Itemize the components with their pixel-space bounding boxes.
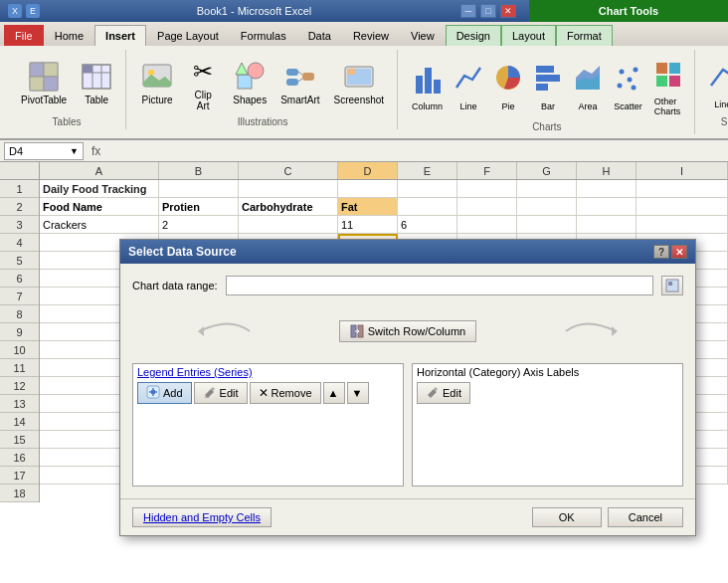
cell-f2[interactable] (457, 198, 517, 216)
cell-b2[interactable]: Protien (159, 198, 239, 216)
cell-g2[interactable] (517, 198, 577, 216)
minimize-btn[interactable]: ─ (460, 4, 476, 18)
cell-d2[interactable]: Fat (338, 198, 398, 216)
move-up-btn[interactable]: ▲ (323, 382, 345, 404)
add-series-btn[interactable]: Add (137, 382, 192, 404)
row-header-14[interactable]: 14 (0, 413, 39, 431)
row-header-5[interactable]: 5 (0, 252, 39, 270)
line-chart-btn[interactable]: Line (451, 57, 486, 114)
col-header-b[interactable]: B (159, 162, 239, 179)
dialog-close-btn[interactable]: ✕ (671, 245, 687, 259)
cell-i2[interactable] (637, 198, 728, 216)
cell-a1[interactable]: Daily Food Tracking (40, 180, 159, 198)
tab-formulas[interactable]: Formulas (230, 25, 297, 46)
picture-btn[interactable]: Picture (136, 58, 178, 108)
column-chart-btn[interactable]: Column (408, 57, 447, 114)
cancel-btn[interactable]: Cancel (608, 507, 683, 527)
row-header-3[interactable]: 3 (0, 216, 39, 234)
cell-c1[interactable] (239, 180, 338, 198)
cell-h3[interactable] (577, 216, 637, 234)
col-header-d[interactable]: D (338, 162, 398, 179)
cell-f3[interactable] (457, 216, 517, 234)
cell-a3[interactable]: Crackers (40, 216, 159, 234)
area-chart-btn[interactable]: Area (570, 57, 606, 114)
tab-view[interactable]: View (400, 25, 446, 46)
edit-series-btn[interactable]: Edit (194, 382, 248, 404)
tab-chart-design[interactable]: Design (446, 25, 501, 46)
edit-axis-btn[interactable]: Edit (417, 382, 470, 404)
col-header-e[interactable]: E (398, 162, 457, 179)
row-header-18[interactable]: 18 (0, 485, 39, 502)
tab-file[interactable]: File (4, 25, 44, 46)
cell-i3[interactable] (637, 216, 728, 234)
cell-d1[interactable] (338, 180, 398, 198)
other-charts-btn[interactable]: Other Charts (650, 52, 686, 119)
tab-chart-format[interactable]: Format (556, 25, 613, 46)
cell-i1[interactable] (637, 180, 728, 198)
cell-c3[interactable] (239, 216, 338, 234)
ok-btn[interactable]: OK (532, 507, 602, 527)
axis-labels-label: Horizontal (Category) Axis Labels (413, 364, 682, 380)
close-btn[interactable]: ✕ (500, 4, 516, 18)
chart-range-picker-btn[interactable] (661, 276, 683, 295)
col-header-c[interactable]: C (239, 162, 338, 179)
row-header-12[interactable]: 12 (0, 377, 39, 395)
maximize-btn[interactable]: □ (480, 4, 496, 18)
pivot-table-btn[interactable]: PivotTable (16, 58, 72, 108)
move-down-btn[interactable]: ▼ (347, 382, 369, 404)
name-box[interactable]: D4 ▼ (4, 142, 84, 160)
row-header-4[interactable]: 4 (0, 234, 39, 252)
row-header-10[interactable]: 10 (0, 341, 39, 359)
cell-b1[interactable] (159, 180, 239, 198)
clip-art-btn[interactable]: ✂ Clip Art (182, 53, 224, 114)
hidden-empty-cells-btn[interactable]: Hidden and Empty Cells (132, 507, 272, 527)
col-header-i[interactable]: I (637, 162, 728, 179)
scatter-chart-btn[interactable]: Scatter (610, 57, 646, 114)
cell-h2[interactable] (577, 198, 637, 216)
cell-g3[interactable] (517, 216, 577, 234)
row-header-7[interactable]: 7 (0, 288, 39, 305)
cell-f1[interactable] (457, 180, 517, 198)
cell-e1[interactable] (398, 180, 457, 198)
line-sparkline-btn[interactable]: Line (705, 55, 728, 112)
switch-row-column-btn[interactable]: Switch Row/Column (339, 320, 476, 342)
cell-g1[interactable] (517, 180, 577, 198)
remove-series-btn[interactable]: ✕ Remove (250, 382, 321, 404)
row-header-15[interactable]: 15 (0, 431, 39, 449)
shapes-btn[interactable]: Shapes (228, 58, 272, 108)
screenshot-btn[interactable]: Screenshot (329, 58, 390, 108)
pie-chart-btn[interactable]: Pie (490, 57, 526, 114)
tab-home[interactable]: Home (44, 25, 94, 46)
smart-art-btn[interactable]: SmartArt (275, 58, 324, 108)
col-header-h[interactable]: H (577, 162, 637, 179)
cell-d3[interactable]: 11 (338, 216, 398, 234)
row-header-2[interactable]: 2 (0, 198, 39, 216)
tab-data[interactable]: Data (297, 25, 342, 46)
row-header-1[interactable]: 1 (0, 180, 39, 198)
row-header-11[interactable]: 11 (0, 359, 39, 377)
dialog-help-btn[interactable]: ? (653, 245, 669, 259)
row-header-8[interactable]: 8 (0, 305, 39, 323)
tab-page-layout[interactable]: Page Layout (146, 25, 230, 46)
col-header-a[interactable]: A (40, 162, 159, 179)
row-header-13[interactable]: 13 (0, 395, 39, 413)
formula-input[interactable] (108, 142, 724, 160)
chart-data-range-input[interactable] (226, 276, 653, 295)
col-header-g[interactable]: G (517, 162, 577, 179)
col-header-f[interactable]: F (457, 162, 517, 179)
cell-a2[interactable]: Food Name (40, 198, 159, 216)
table-btn[interactable]: Table (76, 58, 117, 108)
tab-insert[interactable]: Insert (94, 25, 146, 46)
bar-chart-btn[interactable]: Bar (530, 57, 566, 114)
cell-e3[interactable]: 6 (398, 216, 457, 234)
row-header-9[interactable]: 9 (0, 323, 39, 341)
cell-b3[interactable]: 2 (159, 216, 239, 234)
row-header-17[interactable]: 17 (0, 467, 39, 485)
cell-e2[interactable] (398, 198, 457, 216)
cell-c2[interactable]: Carbohydrate (239, 198, 338, 216)
row-header-6[interactable]: 6 (0, 270, 39, 288)
row-header-16[interactable]: 16 (0, 449, 39, 467)
cell-h1[interactable] (577, 180, 637, 198)
tab-chart-layout[interactable]: Layout (501, 25, 556, 46)
tab-review[interactable]: Review (342, 25, 400, 46)
